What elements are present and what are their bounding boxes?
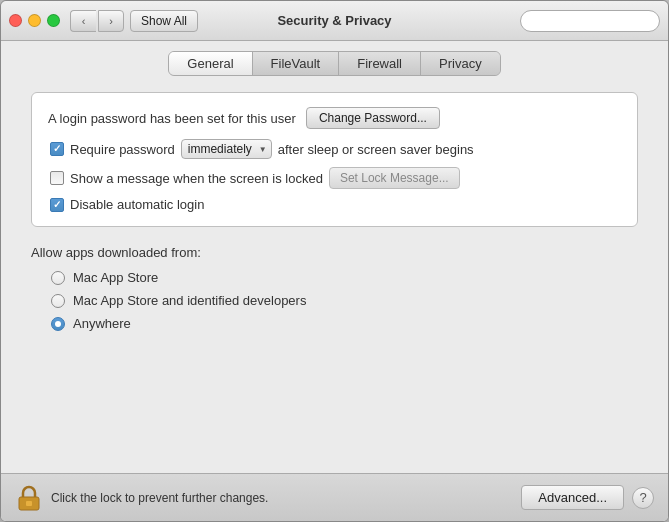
disable-login-label: Disable automatic login bbox=[70, 197, 204, 212]
lock-text: Click the lock to prevent further change… bbox=[51, 491, 521, 505]
radio-anywhere[interactable]: Anywhere bbox=[51, 316, 638, 331]
lock-icon[interactable] bbox=[15, 484, 43, 512]
require-password-row: Require password immediately 5 seconds 1… bbox=[48, 139, 621, 159]
allow-apps-title: Allow apps downloaded from: bbox=[31, 245, 638, 260]
forward-arrow[interactable]: › bbox=[98, 10, 124, 32]
tab-general[interactable]: General bbox=[169, 52, 252, 75]
help-button[interactable]: ? bbox=[632, 487, 654, 509]
radio-mac-app-store-button[interactable] bbox=[51, 271, 65, 285]
search-bar[interactable] bbox=[520, 10, 660, 32]
immediately-dropdown-wrapper: immediately 5 seconds 1 minute 5 minutes bbox=[181, 139, 272, 159]
content-area: A login password has been set for this u… bbox=[1, 82, 668, 473]
disable-login-checkbox[interactable] bbox=[50, 198, 64, 212]
tab-privacy[interactable]: Privacy bbox=[421, 52, 500, 75]
radio-identified-developers-label: Mac App Store and identified developers bbox=[73, 293, 306, 308]
radio-anywhere-label: Anywhere bbox=[73, 316, 131, 331]
tab-firewall[interactable]: Firewall bbox=[339, 52, 421, 75]
tabs-bar: General FileVault Firewall Privacy bbox=[1, 41, 668, 82]
password-text: A login password has been set for this u… bbox=[48, 111, 296, 126]
window-title: Security & Privacy bbox=[277, 13, 391, 28]
disable-login-row: Disable automatic login bbox=[48, 197, 621, 212]
immediately-dropdown[interactable]: immediately 5 seconds 1 minute 5 minutes bbox=[181, 139, 272, 159]
show-message-label: Show a message when the screen is locked bbox=[70, 171, 323, 186]
maximize-button[interactable] bbox=[47, 14, 60, 27]
search-input[interactable] bbox=[529, 14, 651, 28]
radio-mac-app-store-label: Mac App Store bbox=[73, 270, 158, 285]
traffic-lights bbox=[9, 14, 60, 27]
back-arrow[interactable]: ‹ bbox=[70, 10, 96, 32]
radio-group: Mac App Store Mac App Store and identifi… bbox=[31, 270, 638, 331]
nav-arrows: ‹ › bbox=[70, 10, 124, 32]
require-password-label: Require password bbox=[70, 142, 175, 157]
password-header: A login password has been set for this u… bbox=[48, 107, 621, 129]
advanced-button[interactable]: Advanced... bbox=[521, 485, 624, 510]
radio-mac-app-store[interactable]: Mac App Store bbox=[51, 270, 638, 285]
password-section: A login password has been set for this u… bbox=[31, 92, 638, 227]
tabs-container: General FileVault Firewall Privacy bbox=[168, 51, 500, 76]
title-bar: ‹ › Show All Security & Privacy bbox=[1, 1, 668, 41]
radio-anywhere-button[interactable] bbox=[51, 317, 65, 331]
svg-rect-1 bbox=[26, 501, 32, 506]
after-sleep-label: after sleep or screen saver begins bbox=[278, 142, 474, 157]
show-message-row: Show a message when the screen is locked… bbox=[48, 167, 621, 189]
tab-filevault[interactable]: FileVault bbox=[253, 52, 340, 75]
radio-identified-developers[interactable]: Mac App Store and identified developers bbox=[51, 293, 638, 308]
set-lock-message-button[interactable]: Set Lock Message... bbox=[329, 167, 460, 189]
main-window: ‹ › Show All Security & Privacy General … bbox=[0, 0, 669, 522]
radio-identified-developers-button[interactable] bbox=[51, 294, 65, 308]
show-message-checkbox[interactable] bbox=[50, 171, 64, 185]
close-button[interactable] bbox=[9, 14, 22, 27]
change-password-button[interactable]: Change Password... bbox=[306, 107, 440, 129]
download-section: Allow apps downloaded from: Mac App Stor… bbox=[31, 241, 638, 335]
minimize-button[interactable] bbox=[28, 14, 41, 27]
show-all-button[interactable]: Show All bbox=[130, 10, 198, 32]
require-password-checkbox[interactable] bbox=[50, 142, 64, 156]
bottom-bar: Click the lock to prevent further change… bbox=[1, 473, 668, 521]
